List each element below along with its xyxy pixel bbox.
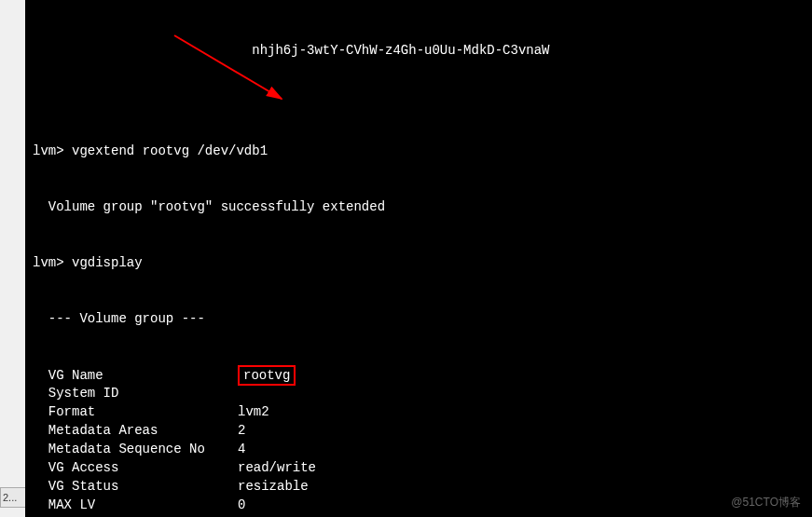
command-line-2: lvm> vgdisplay [33, 253, 805, 272]
vg-field-value: 0 [238, 496, 245, 514]
vg-field-row: VG Statusresizable [33, 477, 805, 496]
vg-field-label: VG Name [33, 366, 238, 385]
prompt: lvm> [33, 143, 72, 158]
vg-field-row: Formatlvm2 [33, 402, 805, 421]
vg-field-row: Metadata Areas2 [33, 421, 805, 440]
vg-field-label: VG Access [33, 458, 238, 477]
vg-field-value: resizable [238, 477, 309, 496]
success-message: Volume group "rootvg" successfully exten… [33, 197, 805, 216]
watermark-text: @51CTO博客 [731, 493, 801, 511]
truncated-top-line: nhjh6j-3wtY-CVhW-z4Gh-u0Uu-MdkD-C3vnaW [33, 41, 805, 60]
vg-field-value: rootvg [238, 365, 296, 386]
vg-field-row: VG Accessread/write [33, 458, 805, 477]
vg-field-row: Metadata Sequence No4 [33, 440, 805, 458]
vg-fields: VG Namerootvg System ID Formatlvm2 Metad… [33, 365, 805, 517]
vg-field-value: lvm2 [238, 402, 269, 421]
vg-field-label: MAX LV [33, 496, 238, 514]
vg-field-label: Metadata Areas [33, 421, 238, 440]
vg-field-label: Format [33, 402, 238, 421]
sidebar-tab[interactable]: 2... [0, 487, 25, 508]
command-line-1: lvm> vgextend rootvg /dev/vdb1 [33, 142, 805, 160]
vg-field-row: System ID [33, 384, 805, 402]
vg-field-label: Metadata Sequence No [33, 440, 238, 458]
highlight-box: rootvg [238, 365, 296, 386]
vg-field-label: VG Status [33, 477, 238, 496]
section-header: --- Volume group --- [33, 309, 805, 328]
command-text: vgextend rootvg /dev/vdb1 [72, 143, 268, 158]
vg-field-value: 4 [238, 440, 245, 458]
sidebar-tab-label: 2... [3, 492, 17, 503]
terminal-output: nhjh6j-3wtY-CVhW-z4Gh-u0Uu-MdkD-C3vnaW l… [25, 0, 812, 517]
vg-field-value: 2 [238, 421, 245, 440]
vg-field-row: VG Namerootvg [33, 365, 805, 384]
vg-field-row: MAX LV0 [33, 496, 805, 514]
vg-field-value: read/write [238, 458, 316, 477]
command-text: vgdisplay [72, 255, 143, 270]
vg-field-label: System ID [33, 384, 238, 402]
prompt: lvm> [33, 255, 72, 270]
